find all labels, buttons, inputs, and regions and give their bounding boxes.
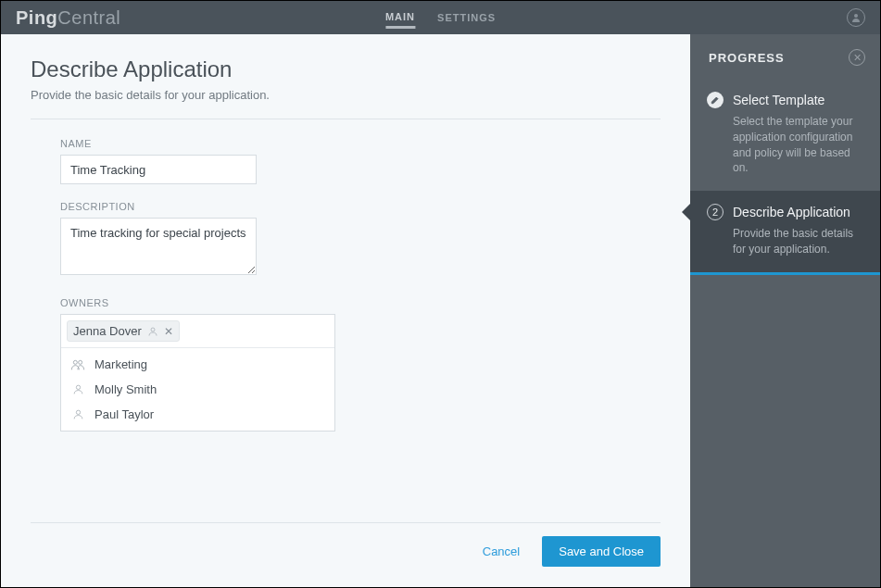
svg-point-1 — [151, 328, 155, 332]
form-section: NAME DESCRIPTION Time tracking for speci… — [31, 138, 661, 432]
page-title: Describe Application — [31, 56, 661, 82]
dropdown-item-label: Paul Taylor — [94, 407, 154, 421]
step-desc: Select the template your application con… — [707, 114, 863, 176]
step-header: 2 Describe Application — [707, 204, 863, 220]
content-area: Describe Application Provide the basic d… — [1, 34, 880, 587]
owners-chip-row: Jenna Dover ✕ — [61, 315, 334, 348]
person-icon — [72, 408, 84, 420]
name-label: NAME — [60, 138, 661, 149]
sidebar-title: PROGRESS — [709, 51, 785, 65]
step-done-badge — [707, 92, 724, 108]
progress-sidebar: PROGRESS ✕ Select Template Select the te… — [690, 34, 880, 587]
description-input[interactable]: Time tracking for special projects — [60, 218, 257, 275]
top-bar: Ping Central MAIN SETTINGS — [1, 1, 880, 34]
sidebar-header: PROGRESS ✕ — [690, 34, 880, 79]
brand-logo: Ping Central — [16, 7, 120, 29]
owners-dropdown: Marketing Molly Smith — [61, 348, 334, 431]
pencil-icon — [711, 95, 720, 105]
group-icon — [70, 358, 85, 371]
step-title: Describe Application — [733, 205, 850, 219]
page-subtitle: Provide the basic details for your appli… — [31, 88, 661, 102]
brand-part1: Ping — [16, 7, 57, 29]
dropdown-item-molly[interactable]: Molly Smith — [61, 377, 334, 402]
remove-chip-icon[interactable]: ✕ — [164, 326, 173, 337]
step-header: Select Template — [707, 92, 863, 108]
cancel-button[interactable]: Cancel — [483, 544, 520, 558]
description-label: DESCRIPTION — [60, 201, 661, 212]
svg-point-2 — [73, 360, 77, 364]
progress-step-1[interactable]: Select Template Select the template your… — [690, 79, 880, 191]
step-number-badge: 2 — [707, 204, 724, 220]
dropdown-item-marketing[interactable]: Marketing — [61, 352, 334, 377]
person-icon — [147, 326, 158, 337]
save-button[interactable]: Save and Close — [542, 536, 661, 567]
svg-point-5 — [76, 410, 80, 414]
footer-actions: Cancel Save and Close — [31, 522, 661, 567]
svg-point-4 — [76, 385, 80, 389]
owners-label: OWNERS — [60, 297, 661, 308]
owners-input[interactable]: Jenna Dover ✕ — [60, 314, 335, 432]
nav-tab-settings[interactable]: SETTINGS — [437, 8, 496, 27]
close-button[interactable]: ✕ — [849, 49, 865, 66]
owner-chip-label: Jenna Dover — [73, 324, 142, 338]
step-desc: Provide the basic details for your appli… — [707, 226, 863, 257]
main-panel: Describe Application Provide the basic d… — [1, 34, 690, 587]
person-icon — [72, 383, 84, 395]
step-title: Select Template — [733, 93, 824, 107]
svg-point-0 — [854, 14, 858, 18]
brand-part2: Central — [57, 7, 120, 29]
dropdown-item-label: Molly Smith — [94, 382, 157, 396]
divider — [31, 119, 661, 119]
name-input[interactable] — [60, 155, 257, 184]
progress-step-2[interactable]: 2 Describe Application Provide the basic… — [690, 191, 880, 275]
dropdown-item-label: Marketing — [94, 357, 147, 371]
svg-point-3 — [79, 360, 82, 364]
close-icon: ✕ — [853, 53, 862, 63]
owner-chip: Jenna Dover ✕ — [67, 320, 180, 342]
user-icon — [850, 12, 862, 23]
user-menu-button[interactable] — [847, 8, 865, 27]
nav-tab-main[interactable]: MAIN — [385, 7, 415, 29]
nav-tabs: MAIN SETTINGS — [385, 1, 496, 34]
dropdown-item-paul[interactable]: Paul Taylor — [61, 402, 334, 427]
